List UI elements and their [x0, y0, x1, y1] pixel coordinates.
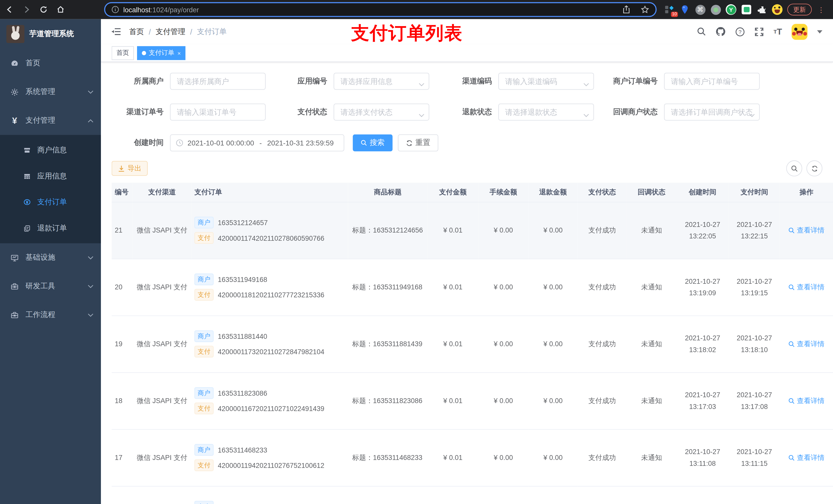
- browser-reload-icon[interactable]: [36, 2, 51, 17]
- view-detail-link[interactable]: 查看详情: [788, 339, 825, 349]
- sidebar-logo[interactable]: 芋道管理系统: [0, 19, 101, 49]
- bookmark-star-icon[interactable]: [641, 5, 649, 14]
- browser-home-icon[interactable]: [53, 2, 68, 17]
- sidebar-fold-icon[interactable]: [112, 28, 121, 35]
- view-detail-link[interactable]: 查看详情: [788, 282, 825, 292]
- filter-field-5[interactable]: [334, 103, 429, 120]
- breadcrumb-pay-manage[interactable]: 支付管理: [156, 27, 185, 37]
- search-button[interactable]: 搜索: [353, 135, 393, 151]
- orders-table: 编号支付渠道支付订单商品标题支付金额手续金额退款金额支付状态回调状态创建时间支付…: [112, 183, 833, 504]
- sidebar-item-3[interactable]: 基础设施: [0, 243, 101, 272]
- sidebar-subitem-2-3[interactable]: 退款订单: [0, 215, 101, 241]
- top-navbar: 首页 / 支付管理 / 支付订单 ?: [101, 19, 833, 44]
- extension-y-icon[interactable]: Y: [726, 4, 736, 15]
- view-detail-link[interactable]: 查看详情: [788, 396, 825, 405]
- avatar-caret-icon[interactable]: [817, 30, 823, 33]
- sidebar-item-4[interactable]: 研发工具: [0, 272, 101, 301]
- extension-pin-icon[interactable]: [680, 4, 690, 15]
- search-icon[interactable]: [697, 27, 706, 36]
- merchant-order-no: 1635311949168: [218, 275, 267, 283]
- notify-status: 未通知: [627, 202, 676, 259]
- table-row[interactable]: 18 微信 JSAPI 支付 商户1635311823086 支付4200001…: [112, 373, 833, 429]
- tag-close-icon[interactable]: ×: [177, 50, 181, 56]
- create-time: 2021-10-27 13:19:09: [680, 275, 726, 298]
- view-detail-link[interactable]: 查看详情: [788, 453, 825, 462]
- sidebar-item-1[interactable]: 系统管理: [0, 78, 101, 106]
- toolbox-icon: [10, 282, 19, 290]
- sidebar-subitem-2-1[interactable]: 应用信息: [0, 163, 101, 189]
- filter-field-4[interactable]: [170, 103, 266, 120]
- refund-amount: ¥ 0.00: [529, 259, 578, 315]
- merchant-badge: 商户: [194, 273, 214, 285]
- browser-menu-icon[interactable]: ⋮: [818, 6, 825, 14]
- sidebar-subitem-2-0[interactable]: 商户信息: [0, 137, 101, 163]
- browser-toolbar: localhost:1024/pay/order 10 ⌘: [0, 0, 833, 19]
- fullscreen-icon[interactable]: [754, 27, 764, 37]
- table-row-partial[interactable]: 商户1635311054796 支付: [112, 486, 833, 504]
- url-bar[interactable]: localhost:1024/pay/order: [104, 2, 657, 17]
- filter-field-0[interactable]: [170, 73, 266, 90]
- filter-field-3[interactable]: [664, 73, 760, 90]
- pay-status: 支付成功: [577, 429, 627, 486]
- column-header-2: 支付订单: [191, 183, 348, 202]
- sidebar-item-label: 首页: [26, 58, 94, 68]
- column-header-6: 退款金额: [529, 183, 578, 202]
- order-id: 20: [115, 283, 128, 291]
- sidebar-item-2[interactable]: ¥ 支付管理: [0, 106, 101, 135]
- font-size-icon[interactable]: TT: [774, 27, 782, 37]
- tag-1[interactable]: 支付订单×: [137, 46, 186, 60]
- refund-amount: ¥ 0.00: [529, 202, 578, 259]
- table-row[interactable]: 17 微信 JSAPI 支付 商户1635311468233 支付4200001…: [112, 429, 833, 486]
- filter-label: 创建时间: [112, 138, 170, 147]
- sidebar-menu: 首页 系统管理 ¥ 支付管理 商户信息 应用信息 支付订单 退款订单 基础设施 …: [0, 49, 101, 329]
- breadcrumb-current: 支付订单: [197, 27, 227, 37]
- extension-chat-icon[interactable]: [741, 4, 752, 15]
- table-row[interactable]: 20 微信 JSAPI 支付 商户1635311949168 支付4200001…: [112, 259, 833, 315]
- browser-forward-icon[interactable]: [19, 2, 34, 17]
- pay-badge: 支付: [194, 459, 214, 471]
- avatar[interactable]: [791, 24, 807, 40]
- export-button[interactable]: 导出: [112, 161, 148, 176]
- dashboard-icon: [10, 59, 19, 67]
- reset-button[interactable]: 重置: [398, 135, 438, 151]
- sidebar-subitem-2-2[interactable]: 支付订单: [0, 189, 101, 215]
- filter-field-1[interactable]: [334, 73, 429, 90]
- extension-grid-icon[interactable]: 10: [664, 4, 674, 15]
- yen-icon: ¥: [10, 117, 19, 124]
- sidebar-subitem-label: 应用信息: [37, 171, 67, 181]
- help-icon[interactable]: ?: [735, 27, 745, 37]
- github-icon[interactable]: [716, 27, 726, 37]
- page-content: 所属商户 应用编号 渠道编码 商户订单编号 渠道订单号: [101, 62, 833, 504]
- share-icon[interactable]: [623, 5, 630, 14]
- browser-back-icon[interactable]: [2, 2, 17, 17]
- view-detail-link[interactable]: 查看详情: [788, 225, 825, 235]
- date-separator: -: [260, 139, 262, 147]
- merchant-order-no: 1635311823086: [218, 389, 267, 397]
- create-time-range-picker[interactable]: 2021-10-01 00:00:00 - 2021-10-31 23:59:5…: [170, 135, 344, 151]
- table-row[interactable]: 21 微信 JSAPI 支付 商户1635312124657 支付4200001…: [112, 202, 833, 259]
- breadcrumb-home[interactable]: 首页: [129, 27, 144, 37]
- extension-command-icon[interactable]: ⌘: [695, 4, 706, 15]
- create-time: 2021-10-27 13:18:02: [680, 332, 726, 356]
- refresh-button[interactable]: [806, 160, 822, 176]
- browser-update-button[interactable]: 更新: [787, 4, 812, 16]
- extension-emoji-icon[interactable]: [772, 4, 783, 15]
- filter-field-2[interactable]: [498, 73, 594, 90]
- order-id: 19: [115, 340, 128, 348]
- pay-channel: 微信 JSAPI 支付: [133, 315, 191, 373]
- sidebar-subitem-label: 退款订单: [37, 223, 67, 233]
- filter-field-7[interactable]: [664, 103, 760, 120]
- extension-puzzle-icon[interactable]: [756, 4, 767, 15]
- fee-amount: ¥ 0.00: [478, 259, 529, 315]
- filter-field-6[interactable]: [498, 103, 594, 120]
- toggle-search-button[interactable]: [786, 160, 802, 176]
- sidebar-item-0[interactable]: 首页: [0, 49, 101, 78]
- table-row[interactable]: 19 微信 JSAPI 支付 商户1635311881440 支付4200001…: [112, 315, 833, 373]
- sidebar-item-5[interactable]: 工作流程: [0, 301, 101, 329]
- column-header-0: 编号: [112, 183, 133, 202]
- notify-status: 未通知: [627, 259, 676, 315]
- site-info-icon[interactable]: [112, 6, 119, 13]
- extension-dot-icon[interactable]: [710, 4, 721, 15]
- tag-0[interactable]: 首页: [112, 46, 134, 60]
- create-time: 2021-10-27 13:22:05: [680, 218, 726, 242]
